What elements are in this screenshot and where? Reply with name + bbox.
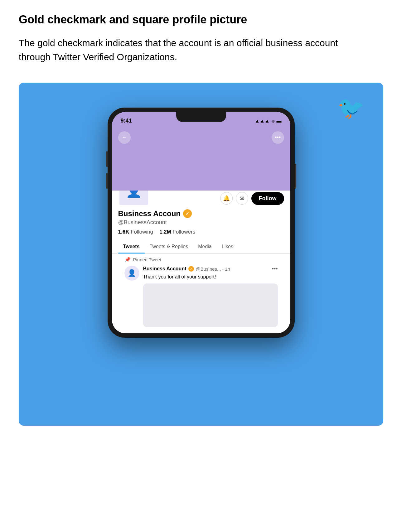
pin-icon: 📌 (124, 257, 131, 263)
blue-container: 🐦 9:41 ▲▲▲ ⌾ ▬ ← (19, 83, 383, 426)
message-icon: ✉ (240, 195, 244, 202)
follow-button[interactable]: Follow (251, 192, 284, 205)
phone-screen: 9:41 ▲▲▲ ⌾ ▬ ← ••• (112, 112, 290, 333)
profile-name: Business Accoun (118, 209, 181, 218)
status-icons: ▲▲▲ ⌾ ▬ (255, 118, 282, 124)
profile-name-row: Business Accoun ✓ (118, 209, 284, 218)
tweet-text: Thank you for all of your support! (143, 273, 278, 280)
profile-area: 👤 🔔 ✉ Follow Busin (112, 175, 290, 333)
tweet-author-name: Business Account (143, 266, 186, 272)
followers-label: Followers (173, 229, 196, 235)
phone-notch (176, 112, 226, 122)
tab-media[interactable]: Media (193, 240, 217, 253)
more-button[interactable]: ••• (272, 131, 284, 144)
page-title: Gold checkmark and square profile pictur… (19, 12, 383, 27)
tab-likes[interactable]: Likes (217, 240, 238, 253)
phone-vol-up (106, 151, 108, 167)
phone-outer: 9:41 ▲▲▲ ⌾ ▬ ← ••• (108, 108, 295, 338)
tweet-body: Business Account ✓ @Busines... · 1h ••• … (143, 266, 278, 327)
tweet-more-icon[interactable]: ••• (272, 266, 278, 272)
followers-count: 1.2M (159, 229, 171, 235)
status-time: 9:41 (121, 118, 132, 124)
tweet-avatar-icon: 👤 (128, 269, 136, 277)
tab-tweets-replies[interactable]: Tweets & Replies (145, 240, 193, 253)
pinned-label: Pinned Tweet (133, 257, 162, 262)
more-icon: ••• (275, 134, 281, 141)
battery-icon: ▬ (277, 118, 282, 124)
profile-stats: 1.6K Following 1.2M Followers (118, 229, 284, 235)
tweet-area: 📌 Pinned Tweet 👤 Business Account ✓ (118, 254, 284, 330)
message-button[interactable]: ✉ (236, 192, 248, 205)
following-count: 1.6K (118, 229, 129, 235)
gold-checkmark-badge: ✓ (183, 209, 192, 218)
tweet-handle-time: @Busines... · 1h (196, 266, 230, 272)
nav-bar: ← ••• (112, 128, 290, 147)
tab-tweets[interactable]: Tweets (118, 240, 145, 253)
pinned-row: 📌 Pinned Tweet (124, 257, 278, 263)
profile-handle: @BusinessAccount (118, 219, 284, 226)
tweet-header: Business Account ✓ @Busines... · 1h ••• (143, 266, 278, 272)
phone-power-btn (295, 164, 296, 189)
tweet-item: 👤 Business Account ✓ @Busines... · 1h •• (124, 266, 278, 327)
profile-tabs: Tweets Tweets & Replies Media Likes (112, 240, 290, 254)
notification-icon: 🔔 (223, 195, 230, 202)
following-stat: 1.6K Following (118, 229, 153, 235)
back-button[interactable]: ← (118, 131, 131, 144)
signal-icon: ▲▲▲ (255, 118, 270, 124)
wifi-icon: ⌾ (272, 118, 275, 124)
tweet-gold-badge: ✓ (188, 266, 194, 272)
page-description: The gold checkmark indicates that the ac… (19, 36, 362, 64)
notification-button[interactable]: 🔔 (220, 192, 233, 205)
tweet-image-placeholder (143, 283, 278, 327)
followers-stat: 1.2M Followers (159, 229, 195, 235)
profile-header-bg (112, 147, 290, 191)
following-label: Following (131, 229, 153, 235)
twitter-logo-icon: 🐦 (337, 95, 365, 121)
tweet-avatar: 👤 (124, 266, 139, 281)
back-icon: ← (122, 134, 127, 141)
phone-vol-down (106, 173, 108, 189)
profile-actions: 🔔 ✉ Follow (220, 192, 284, 205)
phone-mockup: 9:41 ▲▲▲ ⌾ ▬ ← ••• (108, 108, 295, 338)
